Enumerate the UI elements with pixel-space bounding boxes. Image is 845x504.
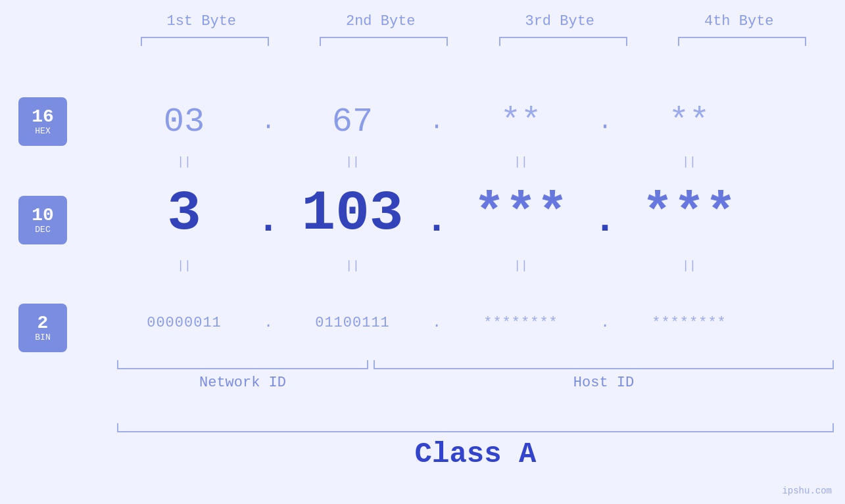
- byte-headers: 1st Byte 2nd Byte 3rd Byte 4th Byte: [112, 13, 829, 30]
- host-id-bracket: [374, 360, 834, 369]
- bin-val-1: 00000011: [112, 315, 256, 331]
- hex-badge: 16 HEX: [18, 97, 67, 146]
- byte-header-3: 3rd Byte: [487, 13, 632, 30]
- sep-1-4: ||: [617, 155, 761, 168]
- hex-val-1: 03: [112, 103, 256, 141]
- bin-val-2: 01100111: [280, 315, 425, 331]
- sep-1-3: ||: [448, 155, 593, 168]
- page-container: 1st Byte 2nd Byte 3rd Byte 4th Byte 16 H…: [0, 0, 845, 504]
- sep-2-2: ||: [280, 259, 425, 272]
- sep-2-4: ||: [617, 259, 761, 272]
- hex-dot-2: .: [425, 108, 448, 135]
- bin-badge: 2 BIN: [18, 304, 67, 352]
- byte-header-1: 1st Byte: [129, 13, 274, 30]
- dec-dot-1: .: [256, 198, 280, 242]
- watermark: ipshu.com: [782, 486, 832, 496]
- sep-1-2: ||: [280, 155, 425, 168]
- top-bracket-3: [499, 37, 627, 46]
- dec-val-3: ***: [448, 184, 593, 244]
- dec-dot-3: .: [593, 198, 617, 242]
- sep-1-1: ||: [112, 155, 256, 168]
- dec-badge-number: 10: [32, 206, 54, 225]
- bin-badge-label: BIN: [35, 332, 50, 342]
- top-bracket-2: [320, 37, 448, 46]
- class-bracket: [117, 423, 834, 432]
- class-label: Class A: [117, 438, 834, 470]
- dec-val-4: ***: [617, 184, 761, 244]
- host-id-label: Host ID: [374, 375, 834, 391]
- hex-row: 03 . 67 . ** . **: [112, 97, 829, 146]
- hex-badge-number: 16: [32, 108, 54, 126]
- hex-val-2: 67: [280, 103, 425, 141]
- top-bracket-4: [678, 37, 806, 46]
- dec-badge-label: DEC: [35, 225, 50, 235]
- dec-badge: 10 DEC: [18, 196, 67, 244]
- network-id-bracket: [117, 360, 368, 369]
- dec-dot-2: .: [425, 198, 448, 242]
- sep-2-3: ||: [448, 259, 593, 272]
- top-bracket-1: [141, 37, 269, 46]
- hex-badge-label: HEX: [35, 126, 50, 136]
- bin-val-4: ********: [617, 315, 761, 331]
- dec-val-1: 3: [112, 181, 256, 246]
- hex-val-4: **: [617, 103, 761, 141]
- network-id-label: Network ID: [117, 375, 368, 391]
- top-brackets: [115, 37, 832, 46]
- bin-dot-1: .: [256, 315, 280, 331]
- byte-header-2: 2nd Byte: [308, 13, 453, 30]
- bin-dot-3: .: [593, 315, 617, 331]
- bin-dot-2: .: [425, 315, 448, 331]
- bin-val-3: ********: [448, 315, 593, 331]
- byte-header-4: 4th Byte: [667, 13, 811, 30]
- sep-row-2: || || || ||: [112, 255, 829, 276]
- sep-2-1: ||: [112, 259, 256, 272]
- bin-row: 00000011 . 01100111 . ******** . *******…: [112, 300, 829, 346]
- sep-row-1: || || || ||: [112, 151, 829, 172]
- bin-badge-number: 2: [37, 314, 49, 332]
- hex-dot-1: .: [256, 108, 280, 135]
- hex-val-3: **: [448, 103, 593, 141]
- dec-val-2: 103: [280, 181, 425, 246]
- hex-dot-3: .: [593, 108, 617, 135]
- dec-row: 3 . 103 . *** . ***: [112, 181, 829, 246]
